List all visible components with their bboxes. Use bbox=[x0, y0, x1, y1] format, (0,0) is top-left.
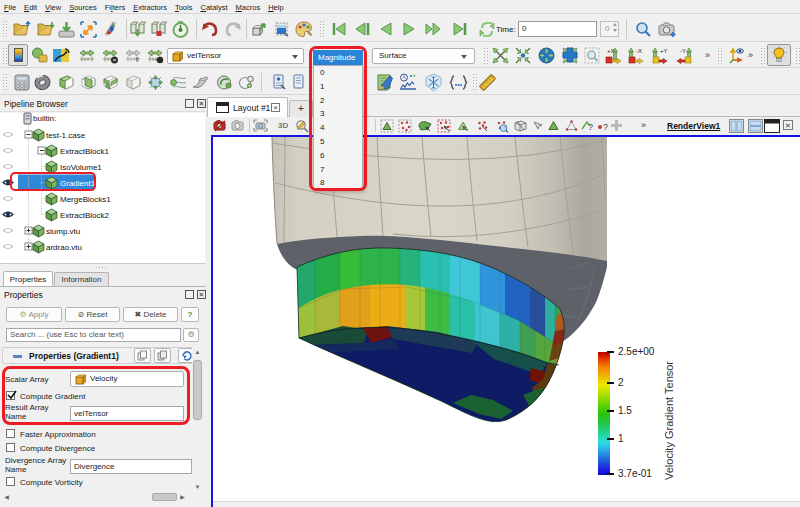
svg-text:+Y: +Y bbox=[660, 48, 668, 54]
svg-text:ExtractBlock1: ExtractBlock1 bbox=[60, 147, 109, 156]
svg-text:-Y: -Y bbox=[680, 48, 686, 54]
svg-text:IsoVolume1: IsoVolume1 bbox=[60, 163, 102, 172]
svg-text:slump.vtu: slump.vtu bbox=[46, 227, 80, 236]
svg-text:?: ? bbox=[588, 122, 593, 132]
svg-text:ardrao.vtu: ardrao.vtu bbox=[46, 243, 82, 252]
svg-text:MergeBlocks1: MergeBlocks1 bbox=[60, 195, 111, 204]
svg-text:?: ? bbox=[603, 122, 608, 132]
svg-text:builtin:: builtin: bbox=[33, 114, 56, 123]
svg-text:test-1.case: test-1.case bbox=[46, 131, 86, 140]
svg-text:ExtractBlock2: ExtractBlock2 bbox=[60, 211, 109, 220]
svg-text:-X: -X bbox=[636, 48, 642, 54]
